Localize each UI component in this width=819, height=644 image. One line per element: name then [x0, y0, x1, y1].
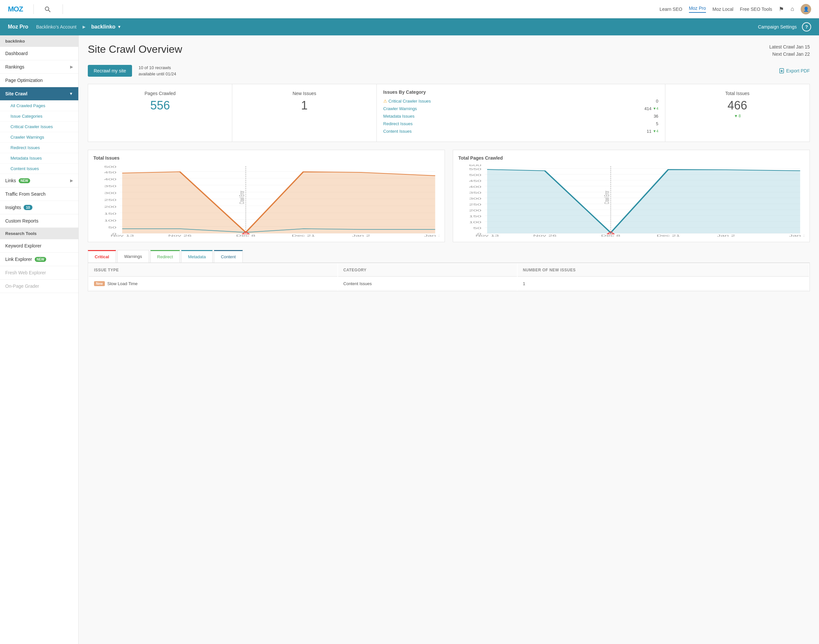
svg-text:200: 200 — [469, 209, 482, 212]
main-layout: backlinko Dashboard Rankings ▶ Page Opti… — [0, 35, 819, 644]
export-pdf-button[interactable]: Export PDF — [779, 68, 810, 74]
pages-crawled-value: 556 — [96, 99, 224, 112]
redirect-issues-link[interactable]: Redirect Issues — [383, 121, 413, 126]
home-icon[interactable]: ⌂ — [790, 6, 794, 12]
warnings-change: ▼4 — [653, 106, 658, 110]
svg-text:500: 500 — [469, 173, 482, 176]
sidebar: backlinko Dashboard Rankings ▶ Page Opti… — [0, 35, 79, 644]
moz-logo: MOZ — [8, 5, 23, 14]
svg-text:200: 200 — [104, 205, 116, 208]
tab-content[interactable]: Content — [214, 250, 243, 262]
total-pages-svg: 0 50 100 150 200 250 300 350 400 450 500… — [458, 164, 804, 237]
sidebar-sub-metadata-issues[interactable]: Metadata Issues — [0, 153, 78, 164]
total-issues-chart-area: 0 50 100 150 200 250 300 350 400 450 500 — [93, 164, 439, 237]
svg-text:Crawl Error: Crawl Error — [603, 191, 610, 204]
sidebar-item-keyword-explorer[interactable]: Keyword Explorer — [0, 239, 78, 253]
svg-text:350: 350 — [469, 191, 482, 194]
recrawl-button[interactable]: Recrawl my site — [88, 65, 132, 77]
sidebar-section-backlinko: backlinko — [0, 35, 78, 47]
sidebar-sub-redirect-issues[interactable]: Redirect Issues — [0, 143, 78, 153]
svg-text:Nov 13: Nov 13 — [110, 234, 134, 236]
svg-text:Dec 8: Dec 8 — [236, 234, 256, 236]
sidebar-sub-issue-categories[interactable]: Issue Categories — [0, 111, 78, 121]
sidebar-item-page-optimization[interactable]: Page Optimization — [0, 74, 78, 87]
sub-nav: Moz Pro Backlinko's Account ▶ backlinko … — [0, 18, 819, 35]
crawler-warnings-link[interactable]: Crawler Warnings — [383, 106, 417, 111]
sidebar-item-site-crawl[interactable]: Site Crawl ▼ — [0, 87, 78, 101]
sidebar-sub-critical-crawler-issues[interactable]: Critical Crawler Issues — [0, 121, 78, 132]
link-explorer-new-badge: NEW — [35, 257, 46, 262]
links-chevron: ▶ — [70, 178, 73, 183]
svg-text:300: 300 — [104, 191, 116, 194]
svg-text:Jan 2: Jan 2 — [717, 234, 735, 236]
total-issues-value: 466 — [673, 99, 802, 112]
sidebar-item-link-explorer[interactable]: Link Explorer NEW — [0, 253, 78, 266]
tab-metadata[interactable]: Metadata — [181, 250, 213, 262]
flag-icon[interactable]: ⚑ — [779, 6, 784, 13]
col-issue-type: Issue Type — [89, 264, 337, 277]
sidebar-item-insights[interactable]: Insights 10 — [0, 201, 78, 214]
sidebar-sub-all-crawled-pages[interactable]: All Crawled Pages — [0, 101, 78, 111]
sidebar-sub-crawler-warnings[interactable]: Crawler Warnings — [0, 132, 78, 143]
sidebar-item-on-page-grader: On-Page Grader — [0, 279, 78, 293]
svg-text:Nov 26: Nov 26 — [168, 234, 191, 236]
new-issues-cell: 1 — [517, 277, 809, 290]
sub-nav-account[interactable]: Backlinko's Account — [36, 24, 77, 29]
svg-text:450: 450 — [469, 179, 482, 182]
col-category: Category — [338, 264, 517, 277]
content-change: ▼4 — [653, 129, 658, 133]
svg-text:400: 400 — [104, 177, 116, 181]
sidebar-sub-content-issues[interactable]: Content Issues — [0, 164, 78, 174]
category-cell: Content Issues — [338, 277, 517, 290]
svg-text:Dec 8: Dec 8 — [601, 234, 620, 236]
moz-local-link[interactable]: Moz Local — [713, 6, 733, 12]
sidebar-item-dashboard[interactable]: Dashboard — [0, 47, 78, 60]
tab-redirect[interactable]: Redirect — [150, 250, 180, 262]
svg-text:250: 250 — [469, 202, 482, 206]
stats-row: Pages Crawled 556 New Issues 1 Issues By… — [88, 84, 810, 142]
total-issues-svg: 0 50 100 150 200 250 300 350 400 450 500 — [93, 164, 439, 237]
sidebar-item-custom-reports[interactable]: Custom Reports — [0, 214, 78, 228]
charts-row: Total Issues 0 50 100 150 200 250 300 35… — [88, 150, 810, 242]
breadcrumb-chevron: ▶ — [83, 25, 86, 29]
sidebar-item-fresh-web-explorer: Fresh Web Explorer — [0, 266, 78, 279]
content-issues-link[interactable]: Content Issues — [383, 129, 412, 134]
free-seo-tools-link[interactable]: Free SEO Tools — [740, 6, 773, 12]
search-icon[interactable] — [44, 6, 51, 12]
insights-badge: 10 — [24, 205, 32, 210]
top-nav: MOZ Learn SEO Moz Pro Moz Local Free SEO… — [0, 0, 819, 18]
tab-critical[interactable]: Critical — [88, 250, 116, 262]
links-new-badge: NEW — [19, 178, 30, 183]
sub-nav-campaign[interactable]: backlinko ▼ — [92, 24, 121, 30]
nav-divider-2 — [63, 4, 63, 14]
crawl-dates: Latest Crawl Jan 15 Next Crawl Jan 22 — [769, 43, 810, 58]
new-badge: New — [94, 281, 105, 286]
campaign-settings-btn[interactable]: Campaign Settings — [758, 24, 797, 29]
metadata-count: 36 — [654, 114, 658, 119]
svg-line-1 — [49, 10, 50, 12]
stat-total-issues: Total Issues 466 ▼8 — [665, 84, 810, 141]
avatar[interactable]: 👤 — [801, 4, 811, 14]
learn-seo-link[interactable]: Learn SEO — [660, 6, 682, 12]
help-button[interactable]: ? — [802, 22, 811, 31]
sidebar-item-rankings[interactable]: Rankings ▶ — [0, 60, 78, 74]
issue-row-redirect: Redirect Issues 5 — [383, 121, 658, 126]
svg-text:400: 400 — [469, 185, 482, 188]
total-pages-chart-area: 0 50 100 150 200 250 300 350 400 450 500… — [458, 164, 804, 237]
critical-issues-link[interactable]: Critical Crawler Issues — [389, 99, 431, 104]
page-header: Site Crawl Overview Latest Crawl Jan 15 … — [88, 43, 810, 58]
total-pages-chart: Total Pages Crawled 0 50 100 150 200 250… — [453, 150, 810, 242]
top-nav-links: Learn SEO Moz Pro Moz Local Free SEO Too… — [660, 4, 811, 14]
sidebar-item-links[interactable]: Links NEW ▶ — [0, 174, 78, 187]
moz-pro-link[interactable]: Moz Pro — [689, 6, 706, 13]
svg-point-0 — [45, 7, 49, 11]
svg-text:550: 550 — [469, 167, 482, 170]
tab-warnings[interactable]: Warnings — [117, 250, 149, 262]
warnings-count: 414 ▼4 — [644, 106, 658, 111]
sidebar-item-traffic[interactable]: Traffic From Search — [0, 187, 78, 201]
svg-text:Dec 21: Dec 21 — [657, 234, 680, 236]
issues-table: Issue Type Category Number of New Issues… — [88, 263, 810, 291]
metadata-issues-link[interactable]: Metadata Issues — [383, 114, 415, 119]
svg-text:100: 100 — [469, 220, 482, 224]
svg-text:350: 350 — [104, 184, 116, 187]
